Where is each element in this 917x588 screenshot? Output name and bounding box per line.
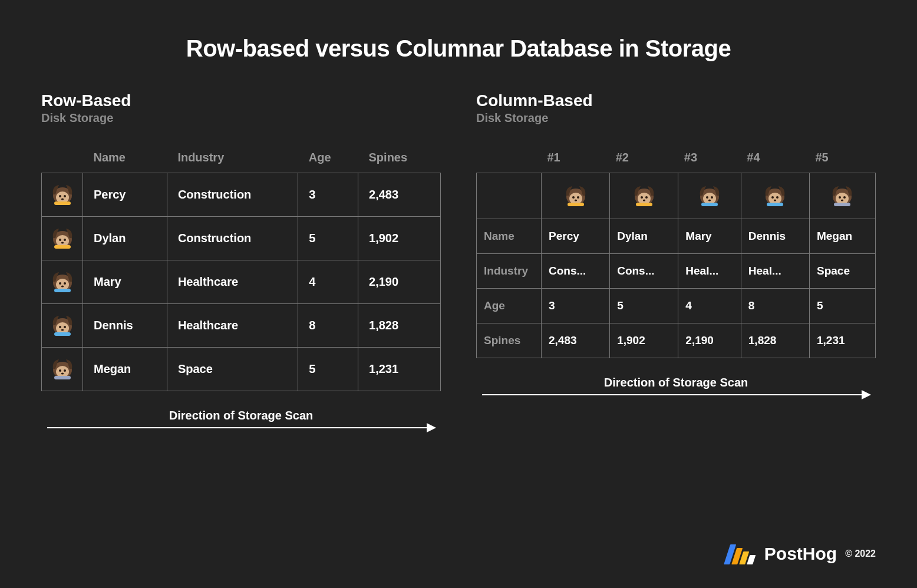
svg-rect-23 <box>54 332 71 336</box>
table-row: Percy Construction 3 2,483 <box>42 173 441 217</box>
svg-point-28 <box>61 372 63 374</box>
cell-industry: Healthcare <box>167 304 298 348</box>
col-scan-label: Direction of Storage Scan <box>476 376 876 389</box>
hedgehog-healthcare-icon <box>695 180 724 209</box>
hedgehog-construction-icon <box>48 179 77 207</box>
row-based-table: Name Industry Age Spines Percy Construct… <box>41 143 441 391</box>
hedgehog-healthcare-icon <box>761 180 789 209</box>
column-based-table: #1#2#3#4#5 <box>476 143 876 358</box>
col-cell: Mary <box>678 219 741 254</box>
svg-point-51 <box>776 196 779 199</box>
svg-point-34 <box>574 199 576 201</box>
col-record-id: #3 <box>678 143 741 173</box>
col-cell: 4 <box>678 289 741 323</box>
row-avatar <box>42 260 83 304</box>
cell-spines: 2,190 <box>358 260 441 304</box>
svg-rect-53 <box>767 203 783 206</box>
svg-rect-35 <box>568 203 584 206</box>
col-cell: Dylan <box>610 219 678 254</box>
diagram-columns: Row-Based Disk Storage Name Industry Age… <box>41 91 876 428</box>
cell-name: Megan <box>83 348 167 391</box>
cell-industry: Construction <box>167 217 298 260</box>
svg-point-22 <box>61 329 63 331</box>
cell-name: Dennis <box>83 304 167 348</box>
svg-point-58 <box>841 199 843 201</box>
arrow-right-icon <box>482 394 870 395</box>
svg-rect-5 <box>54 201 71 205</box>
svg-point-45 <box>711 196 713 199</box>
col-cell: 1,902 <box>610 323 678 358</box>
col-record-id: #4 <box>741 143 809 173</box>
row-col-name: Name <box>83 143 167 173</box>
svg-rect-11 <box>54 245 71 249</box>
col-cell: Cons... <box>542 254 610 289</box>
svg-point-4 <box>61 198 63 200</box>
col-avatar <box>542 173 610 219</box>
svg-point-15 <box>64 282 66 285</box>
svg-rect-47 <box>701 203 718 206</box>
cell-spines: 1,231 <box>358 348 441 391</box>
table-row: Dylan Construction 5 1,902 <box>42 217 441 260</box>
hedgehog-construction-icon <box>630 180 658 209</box>
svg-rect-41 <box>636 203 652 206</box>
col-panel-title: Column-Based <box>476 91 876 110</box>
svg-point-50 <box>771 196 774 199</box>
cell-industry: Healthcare <box>167 260 298 304</box>
row-scan-direction: Direction of Storage Scan <box>41 409 441 428</box>
cell-age: 3 <box>298 173 358 217</box>
hedgehog-healthcare-icon <box>48 310 77 338</box>
svg-point-57 <box>843 196 846 199</box>
table-row <box>477 173 876 219</box>
row-scan-label: Direction of Storage Scan <box>41 409 441 422</box>
svg-point-2 <box>59 195 61 197</box>
col-cell: Dennis <box>741 219 809 254</box>
svg-point-3 <box>64 195 66 197</box>
col-cell: 5 <box>809 289 875 323</box>
col-cell: 1,828 <box>741 323 809 358</box>
hedgehog-construction-icon <box>48 223 77 251</box>
hedgehog-space-icon <box>828 180 856 209</box>
cell-industry: Space <box>167 348 298 391</box>
copyright: © 2022 <box>845 549 876 559</box>
cell-age: 5 <box>298 217 358 260</box>
svg-point-14 <box>59 282 61 285</box>
footer: PostHog © 2022 <box>727 543 876 564</box>
row-based-panel: Row-Based Disk Storage Name Industry Age… <box>41 91 441 428</box>
svg-point-26 <box>59 369 61 372</box>
cell-name: Dylan <box>83 217 167 260</box>
arrow-right-icon <box>47 427 435 428</box>
row-col-spines: Spines <box>358 143 441 173</box>
col-avatar <box>741 173 809 219</box>
col-cell: 5 <box>610 289 678 323</box>
col-panel-subtitle: Disk Storage <box>476 111 876 125</box>
col-record-id: #2 <box>610 143 678 173</box>
cell-spines: 1,828 <box>358 304 441 348</box>
svg-rect-17 <box>54 289 71 292</box>
row-avatar <box>42 217 83 260</box>
cell-age: 8 <box>298 304 358 348</box>
table-row: IndustryCons...Cons...Heal...Heal...Spac… <box>477 254 876 289</box>
svg-point-27 <box>64 369 66 372</box>
cell-spines: 2,483 <box>358 173 441 217</box>
cell-age: 5 <box>298 348 358 391</box>
brand-name: PostHog <box>764 544 837 564</box>
posthog-logo-icon <box>724 543 760 564</box>
table-row: NamePercyDylanMaryDennisMegan <box>477 219 876 254</box>
table-row: Spines2,4831,9022,1901,8281,231 <box>477 323 876 358</box>
col-record-id: #5 <box>809 143 875 173</box>
col-cell: Heal... <box>678 254 741 289</box>
svg-point-46 <box>708 199 711 201</box>
col-cell: Percy <box>542 219 610 254</box>
row-panel-subtitle: Disk Storage <box>41 111 441 125</box>
column-based-panel: Column-Based Disk Storage #1#2#3#4#5 <box>476 91 876 428</box>
cell-spines: 1,902 <box>358 217 441 260</box>
cell-name: Percy <box>83 173 167 217</box>
svg-point-8 <box>59 239 61 241</box>
col-cell: 2,190 <box>678 323 741 358</box>
cell-age: 4 <box>298 260 358 304</box>
svg-point-52 <box>774 199 776 201</box>
col-cell: 3 <box>542 289 610 323</box>
col-cell: 8 <box>741 289 809 323</box>
cell-industry: Construction <box>167 173 298 217</box>
svg-point-40 <box>643 199 645 201</box>
